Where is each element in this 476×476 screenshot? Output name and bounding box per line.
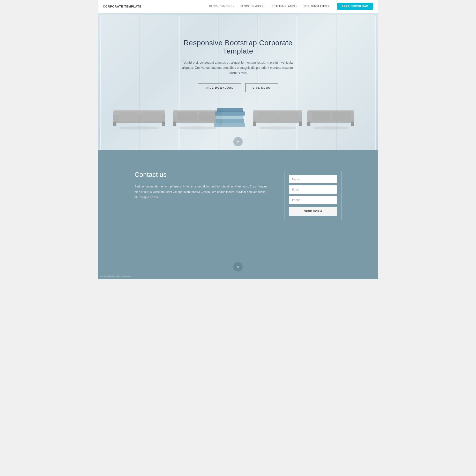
svg-rect-30 [307,122,310,126]
chevron-down-icon [236,140,240,143]
contact-section: Contact us Sed consequat fermentum phare… [98,150,378,279]
svg-rect-25 [258,112,277,121]
svg-rect-23 [253,122,256,126]
contact-description: Sed consequat fermentum pharetra. In vel… [135,184,269,200]
brand-logo: CORPORATE TEMPLATE [103,5,142,8]
footer-url: www.heritagechristiancollege.com [100,275,132,277]
chevron-down-icon: ▾ [233,5,234,7]
hero-demo-button[interactable]: LIVE DEMO [245,84,278,92]
nav-label-block-demos-1: BLOCK DEMOS 1 [209,5,232,8]
svg-point-13 [178,126,217,130]
hero-scroll-arrow[interactable] [233,137,243,146]
contact-left: Contact us Sed consequat fermentum phare… [135,171,269,200]
svg-rect-4 [118,112,139,121]
nav-label-site-templates: SITE TEMPLATES [272,5,295,8]
contact-form: SEND FORM [289,175,337,216]
nav-item-block-demos-1[interactable]: BLOCK DEMOS 1 ▾ [206,0,237,13]
nav-item-block-demos-2[interactable]: BLOCK DEMOS 2 ▾ [237,0,269,13]
svg-rect-24 [299,122,302,126]
contact-scroll-arrow[interactable] [233,262,243,271]
contact-title: Contact us [135,171,269,179]
free-download-button[interactable]: FREE DOWNLOAD [337,3,373,10]
svg-rect-20 [218,121,236,121]
nav-item-site-templates-2[interactable]: SITE TEMPLATES 2 ▾ [300,0,334,13]
email-input[interactable] [289,185,337,194]
nav-item-site-templates[interactable]: SITE TEMPLATES ▾ [269,0,300,13]
svg-rect-32 [312,112,330,121]
svg-rect-9 [173,122,176,126]
furniture-illustration [98,96,378,137]
svg-rect-2 [113,122,116,126]
svg-rect-17 [215,111,245,116]
svg-point-6 [118,126,160,130]
navbar: CORPORATE TEMPLATE BLOCK DEMOS 1 ▾ BLOCK… [98,0,378,13]
nav-label-block-demos-2: BLOCK DEMOS 2 [240,5,263,8]
contact-inner: Contact us Sed consequat fermentum phare… [135,171,341,220]
svg-rect-31 [351,122,354,126]
hero-buttons: FREE DOWNLOAD LIVE DEMO [168,84,308,92]
phone-input[interactable] [289,196,337,204]
hero-download-button[interactable]: FREE DOWNLOAD [198,84,241,92]
svg-rect-11 [177,112,197,121]
hero-section: Responsive Bootstrap Corporate Template … [98,13,378,150]
name-input[interactable] [289,175,337,183]
hero-title: Responsive Bootstrap Corporate Template [168,39,308,55]
chevron-down-icon: ▾ [264,5,266,7]
chevron-down-icon [236,265,240,269]
svg-point-34 [313,126,349,130]
svg-rect-16 [216,115,243,119]
send-form-button[interactable]: SEND FORM [289,207,337,216]
hero-content: Responsive Bootstrap Corporate Template … [168,39,308,92]
svg-rect-26 [279,112,299,121]
svg-rect-3 [162,122,165,126]
svg-rect-19 [219,125,235,125]
contact-form-container: SEND FORM [285,171,341,220]
hero-description: Ut nisi orci, consequat a metus ut, aliq… [178,60,298,76]
nav-label-site-templates-2: SITE TEMPLATES 2 [303,5,329,8]
chevron-down-icon: ▾ [296,5,298,7]
chevron-down-icon: ▾ [330,5,332,7]
svg-point-27 [258,126,297,130]
svg-rect-5 [142,112,162,121]
svg-rect-33 [332,112,351,121]
svg-rect-18 [217,108,243,112]
nav-links: BLOCK DEMOS 1 ▾ BLOCK DEMOS 2 ▾ SITE TEM… [206,0,373,13]
